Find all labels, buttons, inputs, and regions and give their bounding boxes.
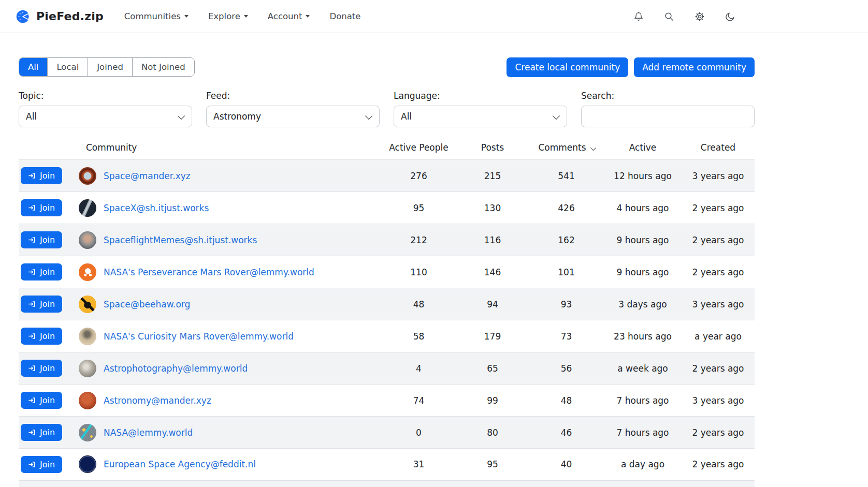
join-button[interactable]: Join <box>21 167 62 184</box>
community-link[interactable]: Astronomy@mander.xyz <box>104 395 211 406</box>
create-local-community-button[interactable]: Create local community <box>507 57 628 77</box>
header-comments[interactable]: Comments <box>529 142 604 153</box>
join-button[interactable]: Join <box>21 360 62 377</box>
community-link[interactable]: Space@mander.xyz <box>104 171 191 181</box>
toolbar: All Local Joined Not Joined Create local… <box>19 57 755 77</box>
table-row: Join NASA's Curiosity Mars Rover@lemmy.w… <box>19 320 755 352</box>
filter-all-button[interactable]: All <box>19 58 47 76</box>
search-input[interactable] <box>581 106 755 127</box>
notifications-bell-icon[interactable] <box>633 11 644 22</box>
comments-value: 101 <box>529 267 604 277</box>
menu-communities[interactable]: Communities <box>124 11 189 21</box>
join-button[interactable]: Join <box>21 456 62 473</box>
filter-not-joined-button[interactable]: Not Joined <box>132 58 194 76</box>
caret-down-icon <box>244 15 248 18</box>
join-button[interactable]: Join <box>21 296 62 313</box>
header-active[interactable]: Active <box>604 142 682 153</box>
active-people-value: 48 <box>381 299 456 309</box>
community-link[interactable]: SpaceX@sh.itjust.works <box>104 203 209 213</box>
table-header-row: Community Active People Posts Comments A… <box>19 136 755 159</box>
comments-value: 48 <box>529 395 604 406</box>
menu-account[interactable]: Account <box>268 11 310 21</box>
community-link[interactable]: SpaceflightMemes@sh.itjust.works <box>104 235 257 245</box>
posts-value: 179 <box>456 331 529 342</box>
join-button[interactable]: Join <box>21 328 62 345</box>
active-people-value: 0 <box>381 427 456 438</box>
topic-select-wrap: All <box>19 106 192 127</box>
active-people-value: 95 <box>381 203 456 213</box>
feed-select-wrap: Astronomy <box>206 106 380 127</box>
active-people-value: 4 <box>381 363 456 374</box>
search-icon[interactable] <box>664 11 674 22</box>
posts-value: 95 <box>456 459 529 469</box>
add-remote-community-button[interactable]: Add remote community <box>634 57 755 77</box>
caret-down-icon <box>184 15 189 18</box>
join-button[interactable]: Join <box>21 424 62 441</box>
created-value: 2 years ago <box>682 203 755 213</box>
table-row: Join Astronomy@mander.xyz 74 99 48 7 hou… <box>19 384 755 416</box>
join-button[interactable]: Join <box>21 263 62 281</box>
join-button[interactable]: Join <box>21 199 62 216</box>
main-menu: Communities Explore Account Donate <box>124 11 633 21</box>
table-row: Join SpaceX@sh.itjust.works 95 130 426 4… <box>19 191 755 224</box>
settings-gear-icon[interactable] <box>695 11 705 22</box>
posts-value: 215 <box>456 171 529 181</box>
active-value: a week ago <box>604 363 682 374</box>
app-title: PieFed.zip <box>36 10 104 23</box>
posts-value: 130 <box>456 203 529 213</box>
header-community[interactable]: Community <box>76 142 381 153</box>
feed-label: Feed: <box>206 91 380 101</box>
filter-local-button[interactable]: Local <box>47 58 88 76</box>
community-link[interactable]: Space@beehaw.org <box>104 299 190 309</box>
community-actions: Create local community Add remote commun… <box>507 57 755 77</box>
active-value: 3 days ago <box>604 299 682 309</box>
filter-joined-button[interactable]: Joined <box>88 58 132 76</box>
brand[interactable]: PieFed.zip <box>16 9 104 24</box>
language-select[interactable]: All <box>394 106 567 127</box>
created-value: 3 years ago <box>682 171 755 181</box>
community-link[interactable]: NASA's Curiosity Mars Rover@lemmy.world <box>104 331 294 342</box>
community-avatar <box>79 263 96 281</box>
sign-in-arrow-icon <box>28 236 36 244</box>
sign-in-arrow-icon <box>28 364 36 372</box>
topic-label: Topic: <box>19 91 192 101</box>
header-posts[interactable]: Posts <box>456 142 529 153</box>
header-active-people[interactable]: Active People <box>381 142 456 153</box>
join-button[interactable]: Join <box>21 231 62 248</box>
active-people-value: 212 <box>381 235 456 245</box>
community-link[interactable]: NASA's Perseverance Mars Rover@lemmy.wor… <box>104 267 314 277</box>
created-value: 2 years ago <box>682 427 755 438</box>
community-link[interactable]: NASA@lemmy.world <box>104 427 193 438</box>
posts-value: 116 <box>456 235 529 245</box>
join-button[interactable]: Join <box>21 392 62 409</box>
menu-explore[interactable]: Explore <box>208 11 248 21</box>
table-row-partial <box>19 480 755 487</box>
community-link[interactable]: European Space Agency@feddit.nl <box>104 459 256 469</box>
menu-donate[interactable]: Donate <box>329 11 360 21</box>
feed-select[interactable]: Astronomy <box>206 106 380 127</box>
navbar-icon-buttons <box>633 11 735 22</box>
active-value: 7 hours ago <box>604 427 682 438</box>
sign-in-arrow-icon <box>28 204 36 212</box>
active-value: 7 hours ago <box>604 395 682 406</box>
sign-in-arrow-icon <box>28 268 36 276</box>
active-value: 4 hours ago <box>604 203 682 213</box>
created-value: 2 years ago <box>682 459 755 469</box>
table-body: Join Space@mander.xyz 276 215 541 12 hou… <box>19 159 755 480</box>
header-created[interactable]: Created <box>682 142 755 153</box>
community-avatar <box>79 296 96 313</box>
comments-value: 93 <box>529 299 604 309</box>
dark-mode-moon-icon[interactable] <box>725 11 735 22</box>
table-row: Join Astrophotography@lemmy.world 4 65 5… <box>19 352 755 384</box>
topic-select[interactable]: All <box>19 106 192 127</box>
comments-value: 426 <box>529 203 604 213</box>
filter-bar: Topic: All Feed: Astronomy Language: All <box>19 91 755 127</box>
posts-value: 99 <box>456 395 529 406</box>
community-link[interactable]: Astrophotography@lemmy.world <box>104 363 248 374</box>
sign-in-arrow-icon <box>28 396 36 404</box>
community-avatar <box>79 199 96 217</box>
active-people-value: 74 <box>381 395 456 406</box>
sign-in-arrow-icon <box>28 300 36 308</box>
community-avatar <box>79 392 96 409</box>
search-label: Search: <box>581 91 755 101</box>
